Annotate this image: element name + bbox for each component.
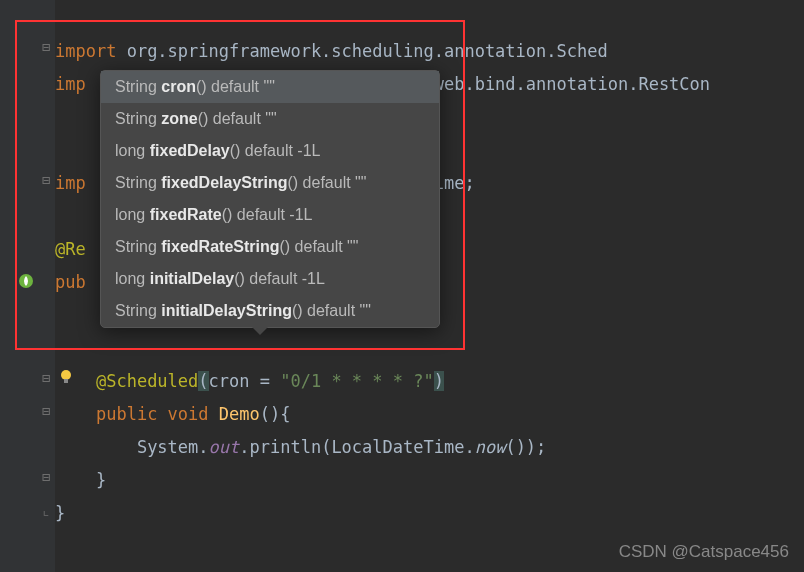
code-line: } — [55, 497, 804, 530]
code-line: public void Demo(){ — [55, 398, 804, 431]
fold-end-icon[interactable]: ⌞ — [40, 504, 52, 516]
code-line: System.out.println(LocalDateTime.now()); — [55, 431, 804, 464]
popup-item-fixeddelay[interactable]: long fixedDelay() default -1L — [101, 135, 439, 167]
popup-item-fixedratestring[interactable]: String fixedRateString() default "" — [101, 231, 439, 263]
fold-end-icon[interactable]: ⊟ — [40, 471, 52, 483]
popup-item-zone[interactable]: String zone() default "" — [101, 103, 439, 135]
watermark-text: CSDN @Catspace456 — [619, 542, 789, 562]
svg-rect-2 — [64, 379, 68, 383]
popup-item-fixedrate[interactable]: long fixedRate() default -1L — [101, 199, 439, 231]
spring-bean-gutter-icon[interactable] — [18, 273, 34, 289]
intention-bulb-icon[interactable] — [57, 368, 75, 386]
fold-collapse-icon[interactable]: ⊟ — [40, 174, 52, 186]
popup-item-fixeddelaystring[interactable]: String fixedDelayString() default "" — [101, 167, 439, 199]
fold-collapse-icon[interactable]: ⊟ — [40, 372, 52, 384]
code-line — [55, 332, 804, 365]
parameter-info-popup: String cron() default "" String zone() d… — [100, 70, 440, 328]
fold-collapse-icon[interactable]: ⊟ — [40, 405, 52, 417]
popup-item-initialdelaystring[interactable]: String initialDelayString() default "" — [101, 295, 439, 327]
svg-point-1 — [61, 370, 71, 380]
popup-arrow-icon — [251, 326, 269, 335]
popup-item-initialdelay[interactable]: long initialDelay() default -1L — [101, 263, 439, 295]
code-line: } — [55, 464, 804, 497]
popup-item-cron[interactable]: String cron() default "" — [101, 71, 439, 103]
code-line: import org.springframework.scheduling.an… — [55, 35, 804, 68]
fold-collapse-icon[interactable]: ⊟ — [40, 41, 52, 53]
code-line: @Scheduled(cron = "0/1 * * * * ?") — [55, 365, 804, 398]
